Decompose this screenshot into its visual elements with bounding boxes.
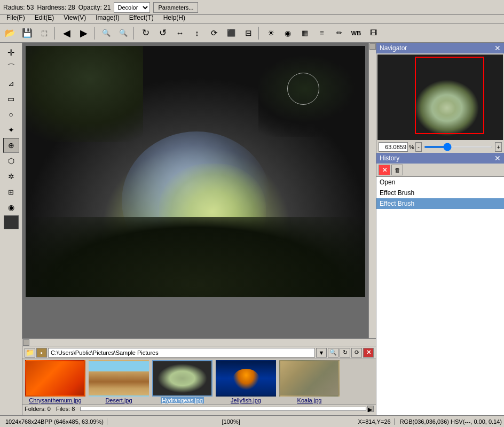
fb-search-btn[interactable]: 🔍 [328, 348, 338, 358]
back-button[interactable]: ◀ [59, 26, 75, 41]
fb-scroll-right[interactable]: ▶ [367, 406, 374, 412]
save-button[interactable]: 💾 [19, 26, 35, 41]
fb-refresh2-btn[interactable]: ⟳ [351, 348, 362, 358]
thumbnail-hydrangeas-label: Hydrangeas.jpg [161, 397, 204, 403]
hardness-value: Hardness: 28 [37, 4, 75, 11]
history-trash-button[interactable]: 🗑 [391, 165, 403, 175]
active-color-tool[interactable] [4, 215, 19, 229]
sun-button[interactable]: ☀ [263, 26, 279, 41]
heal-tool[interactable]: ⊞ [3, 184, 19, 199]
select-tool-button[interactable]: ⬚ [36, 26, 52, 41]
status-zoom: [100%] [113, 418, 350, 425]
fb-folder-btn[interactable]: ▪ [36, 348, 47, 358]
file-browser-scrollbar[interactable] [80, 407, 366, 411]
wb-button[interactable]: WB [348, 26, 364, 41]
history-panel: History ✕ ✕ 🗑 Open Effect Brush Effect B… [376, 153, 504, 415]
status-color: RGB(036,036,036) HSV(---, 0.00, 0.14) [400, 418, 502, 425]
history-title: History [380, 154, 399, 162]
thumbnail-koala-label: Koala.jpg [297, 397, 322, 403]
bars-button[interactable]: ≡ [314, 26, 330, 41]
zoom-percent-label: % [409, 144, 414, 150]
rectangle-select-tool[interactable]: ▭ [3, 91, 19, 106]
status-image-info: 1024x768x24BPP (646x485, 63.09%) [2, 418, 107, 425]
eye-dropper-tool[interactable]: ◉ [3, 200, 19, 215]
history-item-effect-brush-2[interactable]: Effect Brush [376, 198, 504, 209]
effect-bar: Radius: 53 Hardness: 28 Opacity: 21 Deco… [0, 0, 504, 15]
opacity-value: Opacity: 21 [78, 4, 111, 11]
canvas-area[interactable] [22, 43, 368, 338]
thumbnail-desert-label: Desert.jpg [105, 397, 132, 403]
rotate-ccw-button[interactable]: ↺ [155, 26, 171, 41]
history-close[interactable]: ✕ [494, 154, 501, 162]
thumbnail-desert[interactable]: Desert.jpg [88, 360, 149, 403]
folders-count: Folders: 0 [25, 406, 51, 412]
color-wheel-button[interactable]: ◉ [280, 26, 296, 41]
fb-dropdown-btn[interactable]: ▼ [316, 348, 327, 358]
stamp-button[interactable]: ⬛ [223, 26, 239, 41]
zoom-input[interactable] [379, 142, 408, 152]
status-bar: 1024x768x24BPP (646x485, 63.09%) [100%] … [0, 415, 504, 427]
clone-tool[interactable]: ⬡ [3, 153, 19, 168]
history-delete-button[interactable]: ✕ [379, 165, 390, 175]
history-item-effect-brush-1[interactable]: Effect Brush [376, 188, 504, 198]
zoom-out-button[interactable]: 🔍 [115, 26, 131, 41]
polygon-select-tool[interactable]: ⊿ [3, 76, 19, 91]
zoom-slider[interactable] [424, 146, 493, 148]
effect-dropdown[interactable]: Decolor Blur Sharpen Emboss [114, 2, 150, 13]
crop-button[interactable]: ⊟ [240, 26, 256, 41]
thumbnail-chrysanthemum-label: Chrysanthemum.jpg [29, 397, 81, 403]
fb-folder-icon[interactable]: 📁 [25, 348, 35, 358]
main-toolbar: 📂 💾 ⬚ ◀ ▶ 🔍 🔍 ↻ ↺ ↔ ↕ ⟳ ⬛ ⊟ ☀ ◉ ▦ ≡ ✏ WB… [0, 24, 504, 43]
navigator-header: Navigator ✕ [376, 43, 504, 53]
vertical-scrollbar[interactable] [368, 43, 376, 338]
film-button[interactable]: 🎞 [365, 26, 381, 41]
tools-panel: ✛ ⌒ ⊿ ▭ ○ ✦ ⊕ ⬡ ✲ ⊞ ◉ [0, 43, 22, 415]
palette-button[interactable]: ▦ [297, 26, 313, 41]
horizontal-scrollbar[interactable] [22, 338, 376, 346]
navigator-thumbnail [377, 55, 503, 140]
restore-button[interactable]: ⟳ [206, 26, 222, 41]
right-panel: Navigator ✕ % - + History ✕ ✕ [376, 43, 504, 415]
ellipse-select-tool[interactable]: ○ [3, 107, 19, 122]
navigator-preview [377, 55, 503, 140]
move-tool[interactable]: ✛ [3, 45, 19, 60]
rotate-cw-button[interactable]: ↻ [138, 26, 154, 41]
history-header: History ✕ [376, 153, 504, 164]
fb-refresh-btn[interactable]: ↻ [340, 348, 350, 358]
zoom-plus-button[interactable]: + [495, 142, 502, 152]
zoom-in-button[interactable]: 🔍 [98, 26, 114, 41]
file-browser-toolbar: 📁 ▪ ▼ 🔍 ↻ ⟳ ✕ [22, 346, 376, 359]
file-browser-status: Folders: 0 Files: 8 ▶ [22, 405, 376, 412]
history-item-open[interactable]: Open [376, 177, 504, 188]
history-toolbar: ✕ 🗑 [376, 164, 504, 177]
lasso-tool[interactable]: ⌒ [3, 60, 19, 75]
fb-path-input[interactable] [48, 348, 315, 358]
status-coords: X=814,Y=26 [355, 418, 394, 425]
thumbnail-jellyfish[interactable]: Jellyfish.jpg [215, 360, 277, 403]
parameters-button[interactable]: Parameters... [153, 2, 198, 13]
thumbnail-chrysanthemum[interactable]: Chrysanthemum.jpg [25, 360, 86, 403]
navigator-close[interactable]: ✕ [494, 44, 501, 52]
toolbar-separator-1 [54, 27, 57, 40]
navigator-panel: Navigator ✕ % - + [376, 43, 504, 153]
fb-close-btn[interactable]: ✕ [363, 348, 374, 358]
thumbnail-jellyfish-label: Jellyfish.jpg [231, 397, 261, 403]
file-browser-thumbnails: Chrysanthemum.jpg Desert.jpg Hydrangeas.… [22, 359, 376, 405]
effects-brush-tool[interactable]: ✲ [3, 169, 19, 184]
pen-button[interactable]: ✏ [331, 26, 347, 41]
flip-h-button[interactable]: ↔ [172, 26, 188, 41]
navigator-title: Navigator [380, 44, 407, 52]
brush-tool[interactable]: ⊕ [3, 138, 19, 153]
main-wrapper: Radius: 53 Hardness: 28 Opacity: 21 Deco… [22, 43, 376, 415]
flip-v-button[interactable]: ↕ [189, 26, 205, 41]
file-browser: 📁 ▪ ▼ 🔍 ↻ ⟳ ✕ Chrysanthemum.jpg Desert.j… [22, 346, 376, 415]
forward-button[interactable]: ▶ [76, 26, 92, 41]
radius-value: Radius: 53 [3, 4, 34, 11]
thumbnail-koala[interactable]: Koala.jpg [279, 360, 340, 403]
magic-wand-tool[interactable]: ✦ [3, 122, 19, 137]
open-button[interactable]: 📂 [2, 26, 18, 41]
toolbar-separator-3 [133, 27, 136, 40]
files-count: Files: 8 [56, 406, 75, 412]
thumbnail-hydrangeas[interactable]: Hydrangeas.jpg [152, 360, 213, 403]
zoom-minus-button[interactable]: - [415, 142, 422, 152]
